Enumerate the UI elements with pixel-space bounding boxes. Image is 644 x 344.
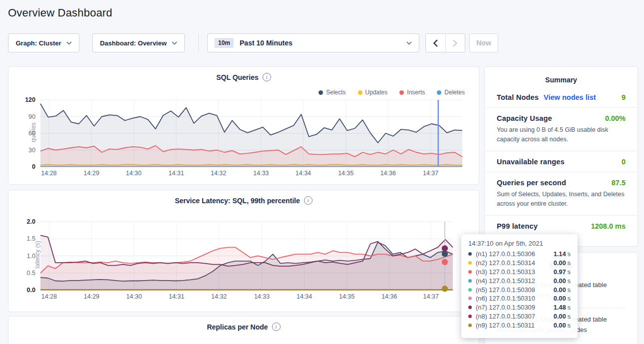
next-range-button[interactable] — [445, 34, 465, 52]
dashboard-dropdown[interactable]: Dashboard: Overview — [92, 33, 185, 52]
hover-value-dot — [442, 259, 448, 265]
x-tick-label: 14:34 — [297, 293, 312, 300]
tooltip-node-value: 0.00 — [554, 286, 566, 294]
tooltip-node-row: (n5) 127.0.0.1:503080.00s — [468, 285, 571, 294]
series-color-dot-icon — [468, 252, 472, 256]
series-color-dot-icon — [468, 315, 472, 318]
tooltip-node-value: 0.00 — [554, 322, 566, 329]
summary-row: Total NodesView nodes list9 — [485, 87, 638, 107]
summary-row-label: Queries per second — [497, 179, 566, 187]
summary-row-value: 87.5 — [612, 179, 626, 187]
series-color-dot-icon — [468, 279, 472, 283]
service-latency-panel: Service Latency: SQL, 99th percentile i … — [8, 190, 479, 312]
summary-row: Capacity Usage0.00%You are using 0 B of … — [485, 107, 638, 151]
info-icon[interactable]: i — [272, 323, 281, 331]
time-range-badge: 10m — [215, 38, 234, 48]
now-button[interactable]: Now — [469, 33, 498, 52]
tooltip-node-row: (n4) 127.0.0.1:503120.00s — [468, 276, 571, 285]
x-tick-label: 14:36 — [381, 293, 397, 300]
time-range-dropdown[interactable]: 10m Past 10 Minutes — [207, 33, 419, 52]
summary-row: Unavailable ranges0 — [485, 151, 638, 172]
tooltip-node-row: (n3) 127.0.0.1:503130.97s — [468, 268, 571, 277]
summary-row-value: 0.00% — [605, 114, 626, 122]
previous-range-button[interactable] — [426, 34, 445, 52]
tooltip-node-row: (n7) 127.0.0.1:503091.48s — [468, 303, 571, 312]
summary-panel: Summary Total NodesView nodes list9Capac… — [484, 66, 638, 247]
tooltip-node-address: (n6) 127.0.0.1:50310 — [476, 295, 554, 302]
sql-queries-panel: SQL Queries i SelectsUpdatesInsertsDelet… — [8, 66, 479, 185]
x-tick-label: 14:31 — [169, 293, 184, 300]
tooltip-node-address: (n2) 127.0.0.1:50314 — [476, 259, 554, 267]
summary-row-label: P99 latency — [497, 222, 538, 230]
summary-row-value: 9 — [622, 93, 626, 101]
tooltip-value-unit: s — [568, 277, 571, 285]
tooltip-node-address: (n5) 127.0.0.1:50308 — [476, 286, 554, 294]
x-tick-label: 14:31 — [168, 170, 184, 177]
x-tick-label: 14:28 — [41, 293, 57, 300]
tooltip-value-unit: s — [568, 259, 571, 267]
tooltip-node-address: (n3) 127.0.0.1:50313 — [476, 268, 554, 276]
x-tick-label: 14:32 — [211, 293, 227, 300]
chart-hover-tooltip: 14:37:10 on Apr 5th, 2021 (n1) 127.0.0.1… — [461, 234, 578, 338]
tooltip-node-address: (n1) 127.0.0.1:50306 — [476, 250, 554, 258]
hover-value-dot — [442, 251, 448, 257]
tooltip-node-row: (n2) 127.0.0.1:503140.00s — [468, 259, 571, 268]
dashboard-dropdown-label: Dashboard: Overview — [100, 39, 167, 47]
tooltip-node-value: 1.14 — [554, 250, 566, 258]
tooltip-value-unit: s — [568, 295, 571, 302]
tooltip-node-address: (n7) 127.0.0.1:50309 — [476, 304, 554, 311]
summary-row-value: 0 — [622, 158, 626, 166]
tooltip-value-unit: s — [568, 322, 571, 329]
x-tick-label: 14:37 — [423, 293, 439, 300]
series-color-dot-icon — [468, 261, 472, 265]
x-tick-label: 14:29 — [84, 293, 99, 300]
x-tick-label: 14:35 — [338, 170, 353, 177]
tooltip-value-unit: s — [568, 268, 571, 276]
sql-queries-chart[interactable]: 030609012014:2814:2914:3014:3114:3214:33… — [8, 67, 480, 185]
y-tick-label: 0 — [32, 163, 35, 170]
x-tick-label: 14:37 — [423, 170, 438, 177]
y-tick-label: 60 — [28, 130, 35, 137]
y-tick-label: 120 — [25, 96, 35, 103]
view-nodes-list-link[interactable]: View nodes list — [544, 93, 596, 101]
summary-row-label: Total Nodes — [497, 93, 539, 101]
tooltip-node-address: (n4) 127.0.0.1:50312 — [476, 277, 554, 285]
tooltip-node-value: 0.00 — [554, 277, 566, 285]
chevron-left-icon — [433, 39, 438, 47]
summary-row-value: 1208.0 ms — [591, 222, 626, 230]
x-tick-label: 14:33 — [254, 293, 270, 300]
chevron-down-icon — [406, 41, 412, 45]
tooltip-node-value: 1.48 — [554, 304, 566, 311]
tooltip-node-value: 0.00 — [554, 259, 566, 267]
x-tick-label: 14:35 — [339, 293, 354, 300]
chevron-down-icon — [66, 41, 72, 45]
x-tick-label: 14:36 — [380, 170, 396, 177]
summary-row: P99 latency1208.0 ms — [485, 215, 638, 236]
x-tick-label: 14:30 — [126, 293, 142, 300]
graph-dropdown[interactable]: Graph: Cluster — [8, 33, 79, 52]
graph-dropdown-label: Graph: Cluster — [15, 39, 61, 47]
tooltip-value-unit: s — [568, 304, 571, 311]
replicas-per-node-title: Replicas per Node — [207, 323, 268, 331]
tooltip-value-unit: s — [568, 313, 571, 320]
tooltip-node-address: (n8) 127.0.0.1:50307 — [476, 313, 554, 320]
y-tick-label: 0.5 — [27, 270, 35, 277]
x-tick-label: 14:29 — [84, 170, 99, 177]
series-color-dot-icon — [468, 324, 472, 327]
tooltip-node-value: 0.97 — [554, 268, 566, 276]
x-tick-label: 14:32 — [211, 170, 226, 177]
tooltip-timestamp: 14:37:10 on Apr 5th, 2021 — [468, 240, 571, 247]
x-tick-label: 14:34 — [296, 170, 311, 177]
summary-row: Queries per second87.5Sum of Selects, Up… — [485, 172, 638, 215]
tooltip-node-value: 0.00 — [554, 295, 566, 302]
service-latency-chart[interactable]: 0.00.51.01.52.014:2814:2914:3014:3114:32… — [8, 190, 480, 313]
summary-row-description: You are using 0 B of 4.5 GiB usable disk… — [497, 125, 626, 145]
toolbar-divider — [198, 33, 199, 52]
series-color-dot-icon — [468, 270, 472, 274]
tooltip-value-unit: s — [568, 250, 571, 258]
replicas-per-node-panel: Replicas per Node i — [8, 316, 479, 344]
summary-title: Summary — [485, 67, 638, 84]
hover-value-dot — [442, 245, 448, 251]
y-tick-label: 90 — [28, 113, 35, 120]
hover-value-dot — [442, 286, 448, 292]
